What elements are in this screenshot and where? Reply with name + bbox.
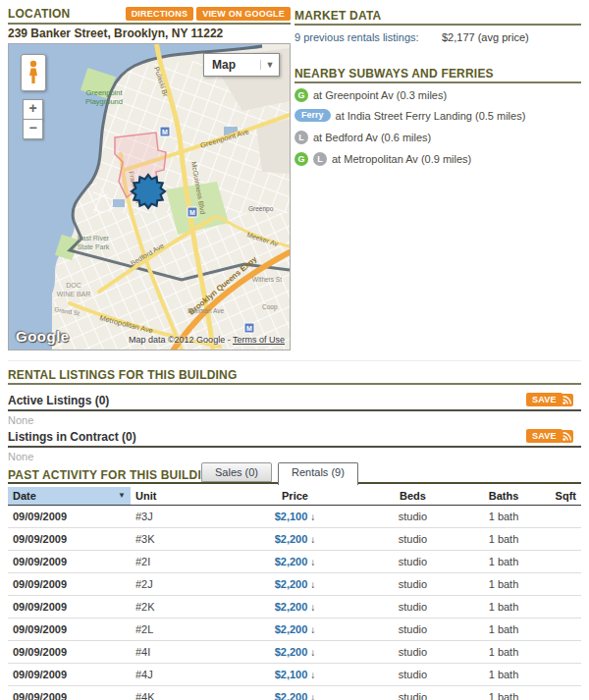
cell-date: 09/09/2009	[8, 573, 131, 596]
cell-baths: 1 bath	[464, 664, 543, 686]
rss-icon[interactable]	[561, 394, 573, 406]
cell-sqft	[543, 619, 581, 641]
cell-beds: studio	[361, 596, 464, 619]
ferry-icon: Ferry	[294, 109, 331, 122]
previous-rentals-link[interactable]: 9 previous rentals listings:	[294, 31, 419, 43]
map-type-dropdown[interactable]: Map ▼	[203, 53, 280, 77]
cell-date: 09/09/2009	[8, 619, 131, 641]
active-listings-empty: None	[8, 414, 33, 426]
price-down-icon: ↓	[310, 557, 315, 567]
column-header-unit[interactable]: Unit	[131, 487, 229, 506]
rental-listings-divider	[8, 383, 581, 385]
price-link[interactable]: $2,200	[275, 691, 308, 700]
past-activity-table: Date▼ Unit Price Beds Baths Sqft 09/09/2…	[8, 487, 581, 700]
map-zoom-in-button[interactable]: +	[23, 99, 43, 120]
pegman-streetview-control[interactable]	[21, 54, 46, 91]
terms-of-use-link[interactable]: Terms of Use	[233, 335, 285, 345]
transit-station-text: at India Street Ferry Landing (0.5 miles…	[336, 110, 526, 122]
table-header-row: Date▼ Unit Price Beds Baths Sqft	[8, 487, 581, 506]
directions-button[interactable]: DIRECTIONS	[126, 7, 194, 21]
price-link[interactable]: $2,100	[275, 511, 308, 522]
cell-sqft	[543, 506, 581, 528]
past-activity-header: PAST ACTIVITY FOR THIS BUILDING	[8, 468, 219, 482]
cell-sqft	[543, 641, 581, 664]
cell-baths: 1 bath	[464, 596, 543, 619]
column-header-beds[interactable]: Beds	[361, 487, 464, 506]
map-label-greenpoint-playground-1: Greenpoint	[85, 88, 123, 97]
subway-l-icon: L	[313, 152, 327, 166]
cell-beds: studio	[361, 619, 464, 641]
column-header-date[interactable]: Date▼	[8, 487, 131, 506]
cell-baths: 1 bath	[464, 686, 543, 700]
map-zoom-out-button[interactable]: −	[23, 119, 43, 139]
view-on-google-button[interactable]: VIEW ON GOOGLE	[196, 7, 291, 21]
in-contract-underline	[8, 446, 581, 448]
save-button[interactable]: SAVE	[526, 429, 562, 443]
google-logo[interactable]: Google	[16, 328, 70, 345]
price-link[interactable]: $2,200	[275, 578, 308, 590]
map-canvas[interactable]: Pulaski Br Greenpoint Ave McGuinness Blv…	[9, 44, 290, 350]
transit-item: Ferry at India Street Ferry Landing (0.5…	[294, 109, 525, 122]
save-button[interactable]: SAVE	[526, 393, 562, 406]
active-listings-title: Active Listings (0)	[8, 394, 109, 407]
cell-sqft	[543, 528, 581, 551]
column-header-sqft[interactable]: Sqft	[543, 487, 581, 506]
location-divider	[8, 23, 291, 25]
column-header-price[interactable]: Price	[229, 487, 361, 506]
map-label-east-river-park-1: East River	[78, 235, 110, 242]
cell-beds: studio	[361, 573, 464, 596]
cell-beds: studio	[361, 528, 464, 551]
price-link[interactable]: $2,200	[275, 556, 308, 567]
cell-sqft	[543, 686, 581, 700]
cell-date: 09/09/2009	[8, 664, 131, 686]
cell-sqft	[543, 664, 581, 686]
price-link[interactable]: $2,200	[275, 623, 308, 635]
cell-beds: studio	[361, 664, 464, 686]
cell-baths: 1 bath	[464, 551, 543, 573]
transit-header: NEARBY SUBWAYS AND FERRIES	[294, 67, 494, 81]
active-listings-underline	[8, 409, 581, 411]
cell-baths: 1 bath	[464, 619, 543, 641]
table-row: 09/09/2009 #2K $2,200↓ studio 1 bath	[8, 596, 581, 619]
table-row: 09/09/2009 #3K $2,200↓ studio 1 bath	[8, 528, 581, 551]
cell-date: 09/09/2009	[8, 506, 131, 528]
price-down-icon: ↓	[310, 579, 315, 590]
price-down-icon: ↓	[310, 647, 315, 658]
price-link[interactable]: $2,200	[275, 646, 308, 658]
transit-station-text: at Bedford Av (0.6 miles)	[313, 132, 431, 143]
price-down-icon: ↓	[310, 670, 315, 680]
table-row: 09/09/2009 #2I $2,200↓ studio 1 bath	[8, 551, 581, 573]
cell-beds: studio	[361, 506, 464, 528]
subway-m-icon: M	[162, 129, 168, 135]
cell-unit: #4I	[131, 641, 229, 664]
price-link[interactable]: $2,100	[275, 669, 308, 680]
price-link[interactable]: $2,200	[275, 533, 308, 545]
cell-date: 09/09/2009	[8, 528, 131, 551]
column-header-baths[interactable]: Baths	[464, 487, 543, 506]
cell-unit: #4J	[131, 664, 229, 686]
cell-sqft	[543, 551, 581, 573]
cell-baths: 1 bath	[464, 641, 543, 664]
tab-rentals[interactable]: Rentals (9)	[278, 462, 358, 485]
price-link[interactable]: $2,200	[275, 601, 308, 613]
cell-date: 09/09/2009	[8, 551, 131, 573]
cell-date: 09/09/2009	[8, 641, 131, 664]
location-header: LOCATION	[8, 7, 70, 21]
price-down-icon: ↓	[310, 512, 315, 522]
column-label: Date	[13, 490, 36, 502]
map-label-greenpoint-playground-2: Playground	[85, 97, 123, 106]
table-row: 09/09/2009 #4K $2,200↓ studio 1 bath	[8, 686, 581, 700]
cell-baths: 1 bath	[464, 573, 543, 596]
tab-sales[interactable]: Sales (0)	[201, 462, 272, 482]
map-label-doc-1: DOC	[66, 282, 81, 289]
section-separator	[8, 360, 581, 361]
transit-divider	[294, 81, 581, 83]
table-row: 09/09/2009 #2L $2,200↓ studio 1 bath	[8, 619, 581, 641]
rss-icon[interactable]	[561, 430, 573, 443]
map-label-east-river-park-2: State Park	[78, 243, 110, 250]
price-down-icon: ↓	[310, 624, 315, 635]
map-label-skillman: Skillman Ave	[187, 307, 224, 314]
transit-item: G L at Metropolitan Av (0.9 miles)	[294, 152, 471, 166]
cell-date: 09/09/2009	[8, 686, 131, 700]
transit-station-text: at Metropolitan Av (0.9 miles)	[332, 153, 471, 165]
